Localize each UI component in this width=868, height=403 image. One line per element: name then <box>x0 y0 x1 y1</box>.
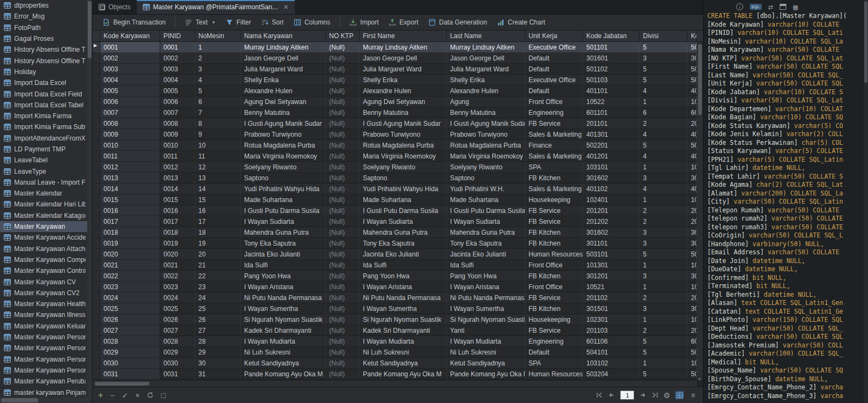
sidebar-item[interactable]: Manual Leave - Import Fro <box>0 177 92 188</box>
grid-cell[interactable]: 301602 <box>583 227 640 238</box>
sidebar-item[interactable]: Master Karyawan CV2 <box>0 288 92 298</box>
page-number-input[interactable] <box>620 390 634 400</box>
grid-cell[interactable]: 201 <box>688 292 697 303</box>
grid-cell[interactable]: 3 <box>195 64 241 75</box>
grid-cell[interactable]: 201102 <box>583 292 640 303</box>
columns-button[interactable]: Columns <box>289 17 335 28</box>
grid-cell[interactable]: 0023 <box>160 282 195 292</box>
text-mode-button[interactable]: Text ▼ <box>180 17 220 28</box>
grid-cell[interactable]: 0003 <box>160 64 195 75</box>
grid-cell[interactable]: 301101 <box>583 238 640 249</box>
grid-cell[interactable]: 2 <box>640 292 688 303</box>
grid-cell[interactable]: 1 <box>640 314 688 325</box>
sidebar-item[interactable]: Import Data Excel Tabel <box>0 100 92 111</box>
grid-cell[interactable]: Murray Lindsay Aitken <box>241 42 326 53</box>
grid-cell[interactable]: Default <box>525 53 583 64</box>
grid-cell[interactable]: 103 <box>688 162 697 173</box>
grid-cell[interactable]: 0013 <box>160 173 195 184</box>
grid-cell[interactable]: FB Service <box>525 118 583 129</box>
panel-toggle-icon[interactable]: □ <box>161 392 165 399</box>
grid-cell[interactable]: Si Ngurah Nyoman Suastik <box>241 314 326 325</box>
sidebar-item[interactable]: Import Kimia Farma <box>0 111 92 121</box>
grid-cell[interactable]: (Null) <box>326 271 360 282</box>
grid-cell[interactable]: Murray Lindsay Aitken <box>360 42 447 53</box>
grid-cell[interactable]: Yudi Prihatini Wahyu Hida <box>360 184 447 194</box>
column-header[interactable]: Nama Karyawan <box>241 30 326 41</box>
grid-cell[interactable]: 0026 <box>160 314 195 325</box>
grid-cell[interactable]: 6 <box>640 107 688 118</box>
grid-cell[interactable]: 5 <box>640 64 688 75</box>
grid-cell[interactable]: Human Resources <box>525 249 583 260</box>
grid-cell[interactable]: 4 <box>640 86 688 96</box>
grid-cell[interactable]: 14 <box>195 184 241 194</box>
grid-cell[interactable]: 102 <box>688 194 697 205</box>
grid-cell[interactable]: 0030 <box>160 358 195 369</box>
grid-cell[interactable]: Benny Matutina <box>360 107 447 118</box>
grid-cell[interactable]: 501101 <box>583 42 640 53</box>
grid-cell[interactable]: (Null) <box>326 53 360 64</box>
grid-cell[interactable]: Ni Putu Nanda Permanasa <box>360 292 447 303</box>
column-header[interactable]: Kc <box>688 30 697 41</box>
grid-cell[interactable]: 5 <box>640 336 688 347</box>
grid-cell[interactable]: Agung <box>447 96 525 107</box>
grid-cell[interactable]: 0015 <box>100 194 160 205</box>
grid-cell[interactable]: Maria Virginia Roemokoy <box>241 151 326 162</box>
grid-cell[interactable]: 0014 <box>100 184 160 194</box>
grid-cell[interactable]: Kadek Sri Dharmayanti <box>241 325 326 336</box>
grid-cell[interactable]: 0002 <box>160 53 195 64</box>
sidebar-item[interactable]: Master Kalendar <box>0 188 92 199</box>
grid-cell[interactable]: (Null) <box>326 140 360 151</box>
grid-cell[interactable]: 0018 <box>100 227 160 238</box>
grid-cell[interactable]: FB Service <box>525 216 583 227</box>
grid-cell[interactable]: 0025 <box>100 303 160 314</box>
grid-cell[interactable]: 504101 <box>583 347 640 358</box>
grid-cell[interactable]: 601 <box>688 107 697 118</box>
reject-changes-icon[interactable]: × <box>135 392 139 399</box>
grid-cell[interactable]: 1 <box>640 282 688 292</box>
table-row[interactable]: 0029002929Ni Luh Sukresni(Null)Ni Luh Su… <box>93 347 697 358</box>
grid-cell[interactable]: 301 <box>688 303 697 314</box>
sidebar-item[interactable]: LeaveType <box>0 166 92 176</box>
sidebar-item[interactable]: FotoPath <box>0 22 92 33</box>
grid-cell[interactable]: Pande Komang Ayu Oka M <box>241 369 326 380</box>
grid-cell[interactable]: 29 <box>195 347 241 358</box>
sidebar-vscrollbar[interactable] <box>87 0 92 403</box>
text-view-icon[interactable]: ≡ <box>689 391 697 399</box>
grid-cell[interactable]: (Null) <box>326 369 360 380</box>
grid-cell[interactable]: (Null) <box>326 107 360 118</box>
grid-cell[interactable]: 25 <box>195 303 241 314</box>
grid-cell[interactable]: I Gusti Putu Darma Susila <box>241 205 326 216</box>
column-header[interactable]: NO KTP <box>326 30 360 41</box>
grid-cell[interactable]: Ni Putu Nanda Permanasa <box>241 292 326 303</box>
grid-cell[interactable]: 0008 <box>160 118 195 129</box>
grid-cell[interactable]: I Wayan Sudiarta <box>447 216 525 227</box>
grid-cell[interactable]: (Null) <box>326 173 360 184</box>
grid-cell[interactable]: 301 <box>688 238 697 249</box>
import-button[interactable]: Import <box>345 17 383 28</box>
grid-cell[interactable]: 502201 <box>583 140 640 151</box>
grid-cell[interactable]: 0001 <box>100 42 160 53</box>
table-row[interactable]: ▶000100011Murray Lindsay Aitken(Null)Mur… <box>93 42 697 53</box>
grid-cell[interactable]: 503 <box>688 369 697 380</box>
grid-cell[interactable]: I Wayan Sumertha <box>447 303 525 314</box>
grid-cell[interactable]: 1 <box>640 358 688 369</box>
grid-cell[interactable]: Soelyany Riwanto <box>241 162 326 173</box>
grid-cell[interactable]: 401102 <box>583 184 640 194</box>
scrollbar-thumb[interactable] <box>1 398 38 402</box>
grid-cell[interactable]: 101301 <box>583 260 640 271</box>
grid-cell[interactable]: I Wayan Sumertha <box>360 303 447 314</box>
grid-cell[interactable]: Ni Luh Sukresni <box>241 347 326 358</box>
grid-cell[interactable]: 1 <box>640 162 688 173</box>
info-icon[interactable]: i <box>736 3 743 10</box>
grid-cell[interactable]: Pang Yoon Hwa <box>447 271 525 282</box>
grid-cell[interactable]: Executive Office <box>525 42 583 53</box>
grid-cell[interactable]: 301601 <box>583 53 640 64</box>
grid-cell[interactable]: 10 <box>195 140 241 151</box>
grid-cell[interactable]: 19 <box>195 238 241 249</box>
data-generation-button[interactable]: Data Generation <box>424 17 491 28</box>
sort-button[interactable]: Sort <box>257 17 288 28</box>
grid-cell[interactable]: 0016 <box>100 205 160 216</box>
export-button[interactable]: Export <box>384 17 423 28</box>
scrollbar-thumb[interactable] <box>864 1 867 83</box>
grid-cell[interactable]: 103 <box>688 358 697 369</box>
